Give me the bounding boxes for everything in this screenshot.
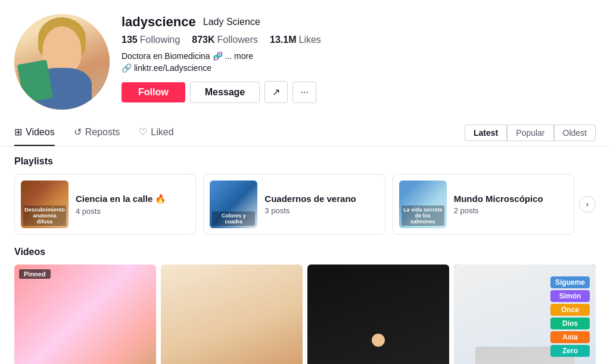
playlists-wrapper: Descubrimiento anatomia difusa Ciencia e… [14,174,596,235]
following-label: Following [140,35,180,45]
following-stat: 135 Following [122,35,180,45]
message-button[interactable]: Message [190,82,260,103]
profile-section: ladyscience Lady Science 135 Following 8… [0,0,610,119]
person-head [372,334,385,347]
tab-liked-label: Liked [151,127,173,138]
playlist-name-3: Mundo Microscópico [454,194,568,204]
video-card-3[interactable]: Fuente: Wronsky [307,265,449,364]
tab-reposts-label: Reposts [85,127,120,138]
word-chip-zero: Zero [550,345,590,357]
display-name: Lady Science [203,17,260,27]
share-icon: ↗ [272,86,280,98]
sort-oldest-button[interactable]: Oldest [554,125,596,141]
tabs-row: ⊞ Videos ↺ Reposts ♡ Liked Latest Popula… [0,119,610,147]
followers-label: Followers [217,35,258,45]
more-icon: ··· [300,87,308,98]
playlists-list: Descubrimiento anatomia difusa Ciencia e… [14,174,574,235]
playlist-thumb-text-3: La vida secreta de los salmones [402,206,444,226]
playlist-thumb-1: Descubrimiento anatomia difusa [21,181,69,228]
playlist-name-1: Ciencia en la calle 🔥 [76,194,189,204]
playlist-card-3[interactable]: La vida secreta de los salmones Mundo Mi… [393,174,574,235]
chevron-right-icon: › [586,200,589,209]
video-thumb-pinned [14,265,156,364]
stats-row: 135 Following 873K Followers 13.1M Likes [122,35,596,45]
followers-stat: 873K Followers [192,35,258,45]
video-thumb-3: Fuente: Wronsky [307,265,449,364]
playlist-info-3: Mundo Microscópico 2 posts [454,194,568,215]
sort-buttons: Latest Popular Oldest [465,125,596,141]
playlist-info-2: Cuadernos de verano 3 posts [264,194,378,215]
playlist-thumb-2: Colores y cuadra [210,181,257,228]
playlist-count-3: 2 posts [454,206,568,215]
profile-info: ladyscience Lady Science 135 Following 8… [122,14,596,103]
action-row: Follow Message ↗ ··· [122,81,596,103]
video-card-1[interactable]: Pinned [14,265,156,364]
tab-liked[interactable]: ♡ Liked [139,119,173,146]
video-card-4[interactable]: Sígueme Simón Once Dios Asia Zero [454,265,596,364]
playlists-title: Playlists [14,156,596,167]
word-chip-simon: Simón [550,290,590,302]
link-text[interactable]: linktr.ee/Ladyscience [134,63,211,73]
more-options-button[interactable]: ··· [292,82,316,103]
likes-stat: 13.1M Likes [270,35,321,45]
followers-value: 873K [192,35,214,45]
follow-button[interactable]: Follow [122,82,185,102]
content-area: Playlists Descubrimiento anatomia difusa… [0,147,610,364]
video-thumb-4: Sígueme Simón Once Dios Asia Zero [454,265,596,364]
video-thumb-2 [161,265,303,364]
link-icon: 🔗 [122,63,132,73]
likes-label: Likes [298,35,320,45]
playlist-card-2[interactable]: Colores y cuadra Cuadernos de verano 3 p… [203,174,385,235]
videos-icon: ⊞ [14,126,22,138]
word-chip-dios: Dios [550,318,590,329]
word-chip-sigueme: Sígueme [550,276,590,288]
tab-videos[interactable]: ⊞ Videos [14,119,55,146]
videos-title: Videos [14,247,596,257]
reposts-icon: ↺ [74,126,82,138]
link-row: 🔗 linktr.ee/Ladyscience [122,63,596,73]
playlist-thumb-text-1: Descubrimiento anatomia difusa [23,206,66,226]
following-value: 135 [122,35,138,45]
playlist-thumb-text-2: Colores y cuadra [212,211,255,226]
username-row: ladyscience Lady Science [122,14,596,30]
playlist-card-1[interactable]: Descubrimiento anatomia difusa Ciencia e… [14,174,196,235]
tab-videos-label: Videos [26,127,55,138]
liked-icon: ♡ [139,126,147,138]
share-button[interactable]: ↗ [264,81,288,103]
playlist-info-1: Ciencia en la calle 🔥 4 posts [76,194,189,216]
sort-popular-button[interactable]: Popular [507,125,553,141]
videos-grid: Pinned TRUCO DEFINITIVO Fuente: Wronsky [14,265,596,364]
sort-latest-button[interactable]: Latest [465,125,507,141]
bio-text: Doctora en Biomedicina 🧬 ... [122,51,232,61]
likes-value: 13.1M [270,35,296,45]
word-list: Sígueme Simón Once Dios Asia Zero [550,276,590,357]
username: ladyscience [122,14,196,30]
word-chip-once: Once [550,304,590,316]
video-card-2[interactable]: TRUCO DEFINITIVO [161,265,303,364]
pinned-badge: Pinned [19,269,51,279]
playlist-count-2: 3 posts [264,206,378,215]
playlist-next-button[interactable]: › [579,196,596,213]
tab-reposts[interactable]: ↺ Reposts [74,119,120,146]
bio-more-button[interactable]: more [234,51,253,61]
playlist-thumb-3: La vida secreta de los salmones [399,181,447,228]
word-chip-asia: Asia [550,331,590,343]
bio-row: Doctora en Biomedicina 🧬 ... more [122,51,596,61]
videos-section: Videos Pinned TRUCO DEFINITIVO Fuente: W… [14,247,596,364]
playlist-count-1: 4 posts [76,207,189,216]
avatar [14,14,110,110]
playlist-name-2: Cuadernos de verano [264,194,378,204]
